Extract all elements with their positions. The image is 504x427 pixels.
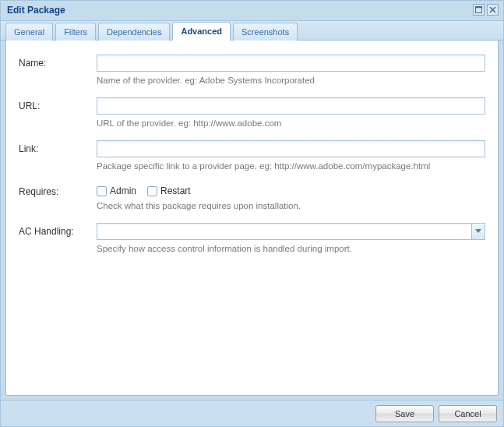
- window-controls: [473, 4, 499, 16]
- name-label: Name:: [19, 55, 97, 69]
- restart-checkbox[interactable]: [147, 186, 157, 196]
- link-hint: Package specific link to a provider page…: [97, 161, 485, 171]
- admin-checkbox[interactable]: [97, 186, 107, 196]
- titlebar: Edit Package: [1, 1, 503, 20]
- url-hint: URL of the provider. eg: http://www.adob…: [97, 118, 485, 128]
- ac-handling-label: AC Handling:: [19, 223, 97, 237]
- save-button[interactable]: Save: [375, 405, 434, 422]
- close-icon: [489, 6, 496, 13]
- ac-handling-value: [97, 224, 471, 239]
- tab-dependencies[interactable]: Dependencies: [98, 23, 170, 41]
- link-input[interactable]: [97, 140, 485, 157]
- tab-general[interactable]: General: [5, 23, 53, 41]
- restart-checkbox-label: Restart: [160, 185, 191, 196]
- close-button[interactable]: [487, 4, 499, 16]
- requires-label: Requires:: [19, 183, 97, 197]
- name-input[interactable]: [97, 55, 485, 72]
- cancel-button[interactable]: Cancel: [439, 405, 497, 422]
- maximize-icon: [475, 6, 482, 13]
- ac-handling-hint: Specify how access control information i…: [97, 244, 485, 253]
- admin-checkbox-item[interactable]: Admin: [97, 185, 136, 196]
- tab-content-advanced: Name: Name of the provider. eg: Adobe Sy…: [5, 41, 499, 396]
- chevron-down-icon: [475, 229, 481, 234]
- restart-checkbox-item[interactable]: Restart: [147, 185, 191, 196]
- edit-package-dialog: Edit Package General Filters Dependencie…: [0, 0, 504, 427]
- dialog-footer: Save Cancel: [1, 400, 503, 426]
- maximize-button[interactable]: [473, 4, 485, 16]
- link-label: Link:: [19, 140, 97, 154]
- admin-checkbox-label: Admin: [110, 185, 136, 196]
- tab-filters[interactable]: Filters: [55, 23, 96, 41]
- url-input[interactable]: [97, 97, 485, 115]
- ac-handling-arrow[interactable]: [471, 224, 485, 239]
- tab-bar: General Filters Dependencies Advanced Sc…: [1, 20, 503, 41]
- name-hint: Name of the provider. eg: Adobe Systems …: [97, 76, 485, 85]
- url-label: URL:: [19, 97, 97, 111]
- requires-hint: Check what this package requires upon in…: [97, 201, 485, 210]
- tab-screenshots[interactable]: Screenshots: [233, 23, 298, 41]
- dialog-title: Edit Package: [7, 5, 65, 16]
- tab-advanced[interactable]: Advanced: [172, 22, 231, 41]
- ac-handling-select[interactable]: [97, 223, 485, 240]
